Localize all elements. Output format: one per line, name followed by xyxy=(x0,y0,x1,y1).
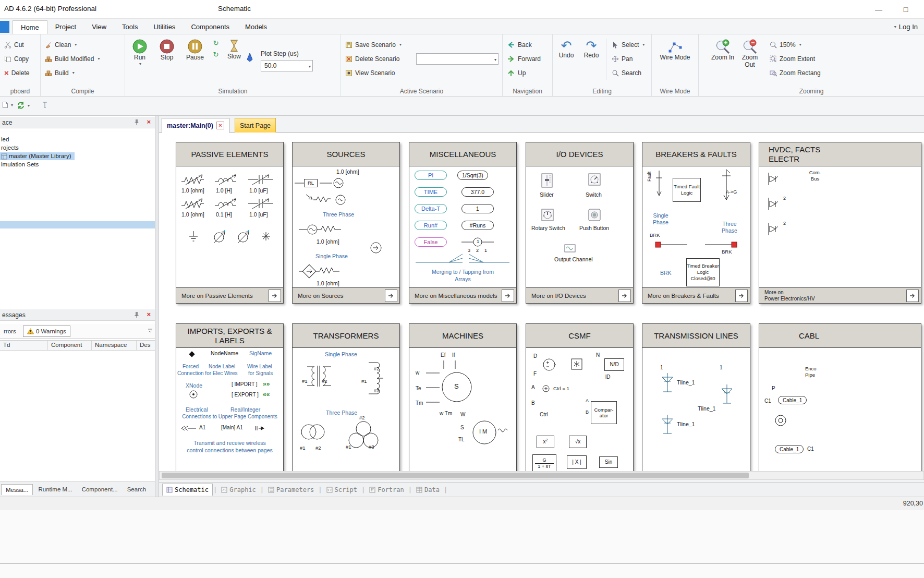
tab-utilities[interactable]: Utilities xyxy=(145,20,183,34)
diamond-source-symbol xyxy=(298,263,376,279)
warnings-tab[interactable]: 0 Warnings xyxy=(23,326,70,337)
zoom-extent-button[interactable]: Zoom Extent xyxy=(767,52,824,66)
restart-icon[interactable]: ↻ xyxy=(210,51,222,58)
tab-components[interactable]: Components xyxy=(183,20,237,34)
zoom-out-button[interactable]: Zoom Out xyxy=(736,38,763,69)
column-description[interactable]: Des xyxy=(137,341,155,350)
go-arrow-button[interactable] xyxy=(618,290,631,302)
workspace-item-master-library[interactable]: master (Master Library) xyxy=(0,152,75,160)
pin-label: C1 xyxy=(764,398,771,405)
more-on-miscellaneous[interactable]: More on Miscellaneous models xyxy=(409,287,516,303)
zoom-level-combo[interactable]: 150%▾ xyxy=(767,38,824,52)
run-button[interactable]: Run▾ xyxy=(126,38,153,66)
tab-fortran[interactable]: Fortran xyxy=(366,484,408,496)
tab-start-page[interactable]: Start Page xyxy=(235,118,276,133)
stop-button[interactable]: Stop xyxy=(153,38,180,62)
build-modified-button[interactable]: Build Modified▾ xyxy=(42,52,103,66)
tab-component-parameters[interactable]: Component... xyxy=(78,484,122,495)
select-button[interactable]: Select▾ xyxy=(609,38,648,52)
workspace-item-untitled[interactable]: led xyxy=(0,136,12,143)
tab-master-main[interactable]: master:Main(0)× xyxy=(162,118,229,133)
refresh-button[interactable]: ▾ xyxy=(17,101,30,110)
more-on-io-devices[interactable]: More on I/O Devices xyxy=(526,287,633,303)
card-io-devices: I/O DEVICES Slider Switch Rotary Switch … xyxy=(526,142,634,304)
column-component[interactable]: Component xyxy=(48,341,92,350)
pause-button[interactable]: Pause xyxy=(180,38,210,62)
new-item-button[interactable]: ▾ xyxy=(2,101,13,109)
snapshot-icon[interactable]: ↻ xyxy=(210,40,222,47)
back-button[interactable]: Back xyxy=(504,38,544,52)
cut-button[interactable]: Cut xyxy=(1,38,32,52)
more-on-power-electronics[interactable]: More onPower Electronics/HV xyxy=(759,287,921,303)
tab-project[interactable]: Project xyxy=(47,20,84,34)
resistor-symbol xyxy=(180,197,208,210)
slow-button[interactable]: Slow xyxy=(222,38,246,61)
secondary-pane-selection[interactable] xyxy=(0,221,155,228)
scrollbar-thumb[interactable] xyxy=(162,473,749,478)
forward-button[interactable]: Forward xyxy=(504,52,544,66)
column-id[interactable]: Td xyxy=(0,341,48,350)
tab-runtime-messages[interactable]: Runtime M... xyxy=(34,484,76,495)
zoom-in-button[interactable]: Zoom In xyxy=(709,38,736,62)
zoom-rectangle-button[interactable]: Zoom Rectang xyxy=(767,66,824,80)
search-button[interactable]: Search xyxy=(609,66,648,80)
plot-step-combo[interactable]: 50.0▾ xyxy=(261,60,313,71)
go-arrow-button[interactable] xyxy=(269,290,281,302)
pin-icon[interactable] xyxy=(134,119,139,126)
workspace-item-projects[interactable]: rojects xyxy=(0,144,22,152)
maximize-button[interactable]: □ xyxy=(897,3,915,16)
pin-icon[interactable] xyxy=(134,311,139,318)
column-namespace[interactable]: Namespace xyxy=(92,341,137,350)
tab-data[interactable]: Data xyxy=(412,484,443,496)
go-arrow-button[interactable] xyxy=(735,290,748,302)
tab-messages[interactable]: Messa... xyxy=(1,484,33,495)
up-button[interactable]: Up xyxy=(504,66,544,80)
sqrt-block: √x xyxy=(569,436,587,448)
clean-button[interactable]: Clean▾ xyxy=(42,38,103,52)
tab-home[interactable]: Home xyxy=(13,20,47,34)
cable-caption: Pipe xyxy=(805,372,815,378)
start-page-canvas[interactable]: PASSIVE ELEMENTS 1.0 [ohm] 1.0 [H] 1.0 [… xyxy=(159,133,924,471)
tab-view[interactable]: View xyxy=(84,20,114,34)
save-scenario-button[interactable]: Save Scenario▾ xyxy=(342,38,416,52)
more-on-breakers-faults[interactable]: More on Breakers & Faults xyxy=(642,287,750,303)
tab-tools[interactable]: Tools xyxy=(114,20,145,34)
delete-button[interactable]: ×Delete xyxy=(1,66,32,80)
panel-splitter[interactable] xyxy=(155,116,159,497)
close-icon[interactable]: × xyxy=(147,310,151,318)
tab-search[interactable]: Search xyxy=(123,484,150,495)
go-arrow-button[interactable] xyxy=(906,290,919,302)
copy-button[interactable]: Copy xyxy=(1,52,32,66)
tab-parameters[interactable]: Parameters xyxy=(264,484,318,496)
undo-button[interactable]: ↶Undo xyxy=(554,38,579,59)
marker-pen-icon[interactable] xyxy=(246,52,253,63)
horizontal-scrollbar[interactable] xyxy=(159,471,924,480)
minimize-button[interactable]: — xyxy=(870,3,887,16)
chevron-down-icon[interactable]: ▾ xyxy=(139,62,141,66)
redo-button[interactable]: ↷Redo xyxy=(579,38,604,59)
build-button[interactable]: Build▾ xyxy=(42,66,103,80)
card-title: BREAKERS & FAULTS xyxy=(642,142,750,166)
delete-scenario-button[interactable]: Delete Scenario xyxy=(342,52,416,66)
errors-tab[interactable]: rrors xyxy=(0,326,20,337)
tab-models[interactable]: Models xyxy=(237,20,275,34)
workspace-item-simulation-sets[interactable]: imulation Sets xyxy=(0,161,42,168)
scroll-down-icon[interactable] xyxy=(148,328,153,333)
go-arrow-button[interactable] xyxy=(502,290,514,302)
view-scenario-button[interactable]: View Scenario xyxy=(342,66,416,80)
tab-schematic[interactable]: Schematic xyxy=(162,484,213,496)
login-button[interactable]: ▾Log In xyxy=(894,23,918,31)
go-arrow-button[interactable] xyxy=(385,290,397,302)
close-icon[interactable]: × xyxy=(147,118,151,126)
more-on-sources[interactable]: More on Sources xyxy=(293,287,399,303)
more-on-passive-elements[interactable]: More on Passive Elements xyxy=(176,287,283,303)
application-menu-button[interactable] xyxy=(0,21,9,33)
tab-script[interactable]: Script xyxy=(323,484,361,496)
wire-mode-button[interactable]: Wire Mode xyxy=(660,38,690,62)
pan-button[interactable]: Pan xyxy=(609,52,648,66)
pin-toolbar-icon[interactable] xyxy=(42,101,48,109)
scenario-combo[interactable]: ▾ xyxy=(416,53,499,65)
card-body: NodeName SigName Forced Node Label Wire … xyxy=(176,348,283,471)
tab-graphic[interactable]: Graphic xyxy=(217,484,260,496)
close-tab-icon[interactable]: × xyxy=(216,122,224,129)
